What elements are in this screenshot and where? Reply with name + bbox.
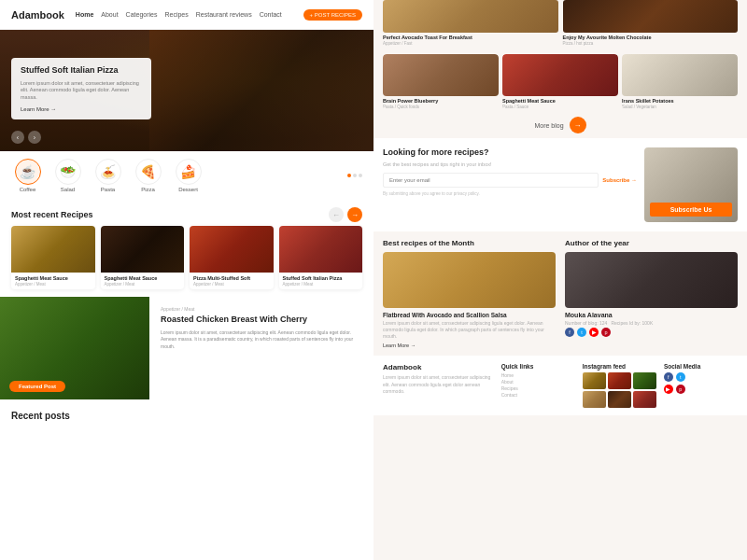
nav-categories[interactable]: Categories [126, 11, 158, 18]
footer-link-about[interactable]: About [501, 379, 575, 385]
top-title-1: Perfect Avocado Toast For Breakfast [383, 35, 558, 41]
mid-image-2 [502, 54, 618, 96]
recipe-info-3: Pizza Multi-Stuffed Soft Appetizer / Mea… [190, 273, 274, 289]
category-coffee[interactable]: ☕ Coffee [11, 159, 44, 192]
social-title: Social Media [664, 363, 738, 370]
mid-title-3: Irans Skillet Potatoes [622, 98, 738, 105]
hero-next-arrow[interactable]: › [28, 131, 41, 144]
subscribe-inline-button[interactable]: Subscribe → [602, 173, 637, 188]
author-col: Author of the year Mouka Alavana Number … [565, 239, 738, 348]
featured-tag: Appetizer / Meat [161, 306, 362, 312]
recipe-image-2 [101, 226, 185, 273]
recipe-info-1: Spaghetti Meat Sauce Appetizer / Meat [11, 273, 95, 289]
left-panel: Adambook Home About Categories Recipes R… [0, 0, 374, 560]
best-food-desc: Lorem ipsum dolor sit amet, consectetuer… [383, 320, 556, 340]
footer-twitter-icon[interactable]: t [676, 372, 685, 382]
recipe-card-3[interactable]: Pizza Multi-Stuffed Soft Appetizer / Mea… [190, 226, 274, 289]
subscribe-image: Subscribe Us [644, 147, 738, 222]
subscribe-us-button[interactable]: Subscribe Us [650, 203, 732, 217]
instagram-grid [583, 372, 656, 408]
hero-learn-more[interactable]: Learn More → [21, 106, 142, 112]
best-learn-more[interactable]: Learn More → [383, 343, 556, 348]
recipe-cat-2: Appetizer / Meat [105, 282, 181, 287]
quick-links-title: Quick links [501, 363, 575, 370]
insta-img-2[interactable] [608, 372, 631, 389]
best-month-col: Best recipes of the Month Flatbread With… [383, 239, 556, 348]
top-image-2 [563, 0, 739, 33]
best-food-image [383, 252, 556, 308]
pinterest-icon[interactable]: p [601, 328, 611, 337]
recipe-card-4[interactable]: Stuffed Soft Italian Pizza Appetizer / M… [279, 226, 363, 289]
category-pizza[interactable]: 🍕 Pizza [132, 159, 164, 192]
mid-card-3[interactable]: Irans Skillet Potatoes Salad / Vegetaria… [622, 54, 738, 109]
top-card-1[interactable]: Perfect Avocado Toast For Breakfast Appe… [383, 0, 558, 46]
email-input[interactable] [383, 173, 599, 188]
dot-1 [347, 174, 351, 177]
mid-card-1[interactable]: Brain Power Blueberry Pasta / Quick food… [383, 54, 499, 109]
footer-social-col: Social Media f t ▶ p [664, 363, 738, 408]
insta-img-4[interactable] [583, 391, 606, 408]
category-salad[interactable]: 🥗 Salad [51, 159, 84, 192]
author-name: Mouka Alavana [565, 312, 738, 318]
recent-recipes-title: Most recent Recipes [11, 210, 93, 219]
youtube-icon[interactable]: ▶ [589, 328, 599, 337]
dessert-icon: 🍰 [176, 159, 202, 185]
dot-2 [353, 174, 357, 177]
category-dessert[interactable]: 🍰 Dessert [172, 159, 204, 192]
best-author-section: Best recipes of the Month Flatbread With… [374, 231, 747, 356]
twitter-icon[interactable]: t [577, 328, 586, 337]
recipe-cat-4: Appetizer / Meat [283, 282, 359, 287]
footer-social-row-2: ▶ p [664, 385, 738, 394]
nav-reviews[interactable]: Restaurant reviews [196, 11, 252, 18]
insta-img-1[interactable] [583, 372, 606, 389]
recipe-card-1[interactable]: Spaghetti Meat Sauce Appetizer / Meat [11, 226, 95, 289]
featured-badge[interactable]: Featured Post [9, 381, 65, 392]
pizza-icon: 🍕 [135, 159, 162, 185]
nav-links: Home About Categories Recipes Restaurant… [76, 11, 303, 18]
nav-about[interactable]: About [101, 11, 118, 18]
nav-contact[interactable]: Contact [260, 11, 282, 18]
recipe-next-btn[interactable]: → [347, 207, 362, 222]
footer-quick-links-col: Quick links Home About Recipes Contact [501, 363, 575, 408]
recipe-prev-btn[interactable]: ← [329, 207, 344, 222]
insta-img-6[interactable] [633, 391, 656, 408]
best-food-title: Flatbread With Avocado and Scallion Sals… [383, 312, 556, 318]
footer-link-contact[interactable]: Contact [501, 392, 575, 398]
recipe-image-3 [190, 226, 274, 273]
mid-card-2[interactable]: Spaghetti Meat Sauce Pasta / Sauce [502, 54, 618, 109]
more-blog-row: More blog → [374, 112, 747, 138]
footer-brand-col: Adambook Lorem ipsum dolor sit amet, con… [383, 363, 494, 408]
hero-prev-arrow[interactable]: ‹ [11, 131, 24, 144]
dot-3 [359, 174, 362, 177]
footer: Adambook Lorem ipsum dolor sit amet, con… [374, 356, 747, 415]
right-panel: Perfect Avocado Toast For Breakfast Appe… [374, 0, 747, 560]
footer-link-recipes[interactable]: Recipes [501, 385, 575, 391]
mid-cat-2: Pasta / Sauce [502, 105, 618, 109]
top-card-2[interactable]: Enjoy My Avourite Molten Chocolate Pizza… [563, 0, 739, 46]
footer-youtube-icon[interactable]: ▶ [664, 385, 673, 394]
coffee-icon: ☕ [15, 159, 41, 185]
recipe-grid: Spaghetti Meat Sauce Appetizer / Meat Sp… [0, 226, 374, 297]
insta-img-3[interactable] [633, 372, 656, 389]
top-cat-2: Pizza / hot pizza [563, 41, 739, 46]
featured-image: Featured Post [0, 297, 149, 399]
footer-social-row-1: f t [664, 372, 738, 382]
more-blog-button[interactable]: → [570, 117, 586, 133]
more-blog-link[interactable]: More blog [534, 122, 563, 129]
footer-link-home[interactable]: Home [501, 372, 575, 378]
instagram-title: Instagram feed [583, 363, 656, 370]
top-featured-row: Perfect Avocado Toast For Breakfast Appe… [374, 0, 747, 49]
author-image [565, 252, 738, 308]
post-recipes-button[interactable]: + POST RECIPES [303, 9, 362, 21]
mid-image-1 [383, 54, 499, 96]
nav-recipes[interactable]: Recipes [164, 11, 188, 18]
nav-home[interactable]: Home [76, 11, 93, 18]
subscribe-form: Subscribe → [383, 173, 637, 188]
footer-facebook-icon[interactable]: f [664, 372, 673, 382]
recipe-card-2[interactable]: Spaghetti Meat Sauce Appetizer / Meat [101, 226, 185, 289]
facebook-icon[interactable]: f [565, 328, 574, 337]
author-followers-val: 100K [642, 320, 654, 326]
insta-img-5[interactable] [608, 391, 631, 408]
category-pasta[interactable]: 🍝 Pasta [92, 159, 124, 192]
footer-pinterest-icon[interactable]: p [676, 385, 685, 394]
